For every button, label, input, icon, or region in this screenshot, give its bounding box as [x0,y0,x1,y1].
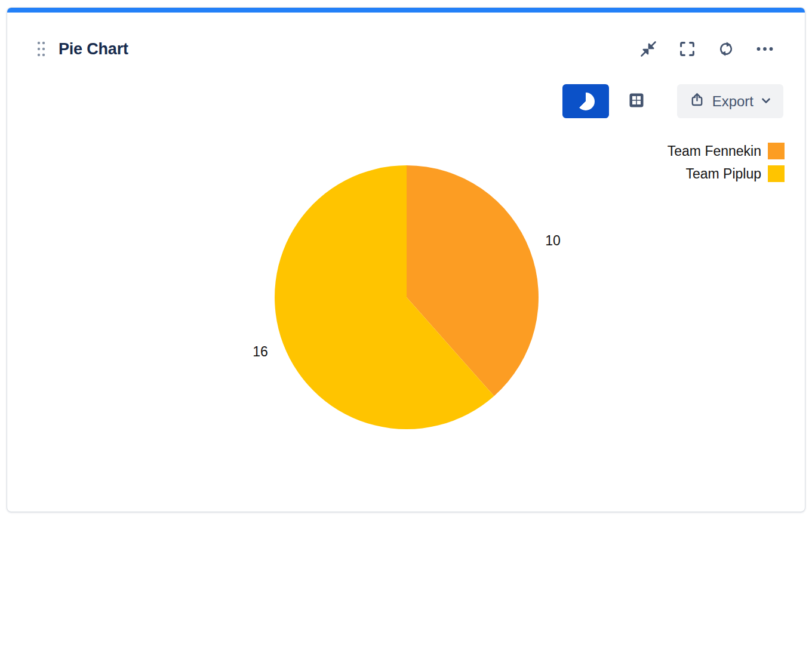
refresh-button[interactable] [716,39,736,58]
chart-region: Team FennekinTeam Piplup 1016 [7,125,805,512]
legend-item[interactable]: Team Fennekin [668,143,785,159]
fullscreen-button[interactable] [678,39,697,58]
pie-chart-widget: Pie Chart [7,7,805,512]
pie-data-label: 10 [545,233,561,248]
legend-label: Team Fennekin [668,143,761,159]
chevron-down-icon [761,93,771,110]
widget-title: Pie Chart [59,40,128,58]
refresh-icon [717,40,735,58]
table-view-button[interactable] [617,84,656,118]
export-icon [689,91,705,111]
chart-toolbar: Export [562,84,783,118]
export-label: Export [712,93,753,110]
header-actions [639,39,774,58]
legend: Team FennekinTeam Piplup [668,143,785,188]
chart-view-button[interactable] [562,84,609,118]
pie-chart-icon [577,93,595,110]
accent-stripe [7,8,805,13]
collapse-icon [639,40,657,58]
fullscreen-icon [678,40,696,58]
drag-handle-icon[interactable] [36,41,46,57]
legend-swatch [768,143,785,159]
collapse-button[interactable] [639,39,658,58]
table-icon [628,91,645,111]
more-icon [756,40,774,58]
pie-svg: 1016 [239,130,574,464]
export-button[interactable]: Export [677,84,783,118]
legend-item[interactable]: Team Piplup [685,165,785,182]
pie-data-label: 16 [253,344,268,359]
more-button[interactable] [755,39,774,58]
legend-label: Team Piplup [685,165,761,182]
legend-swatch [768,165,785,182]
widget-header: Pie Chart [36,38,774,60]
